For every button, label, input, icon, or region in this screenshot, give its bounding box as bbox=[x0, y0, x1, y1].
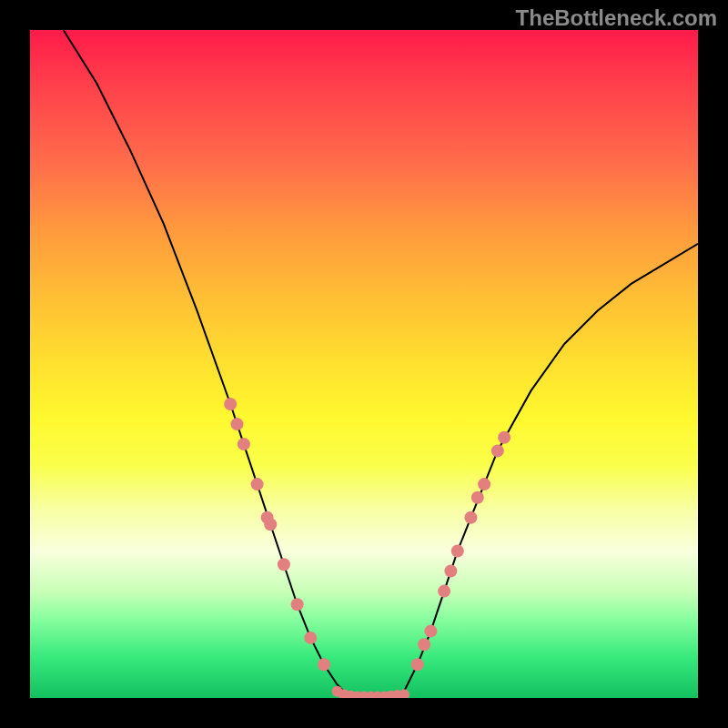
marker-point bbox=[478, 478, 490, 490]
marker-point bbox=[418, 638, 430, 651]
marker-point bbox=[491, 444, 504, 457]
marker-point bbox=[464, 511, 477, 524]
marker-point bbox=[411, 658, 424, 671]
marker-point bbox=[424, 625, 437, 638]
marker-point bbox=[251, 478, 264, 490]
chart-svg bbox=[30, 30, 698, 698]
marker-point bbox=[399, 689, 410, 698]
data-markers bbox=[224, 398, 511, 698]
marker-point bbox=[438, 585, 450, 598]
chart-container: TheBottleneck.com bbox=[0, 0, 728, 728]
marker-point bbox=[264, 518, 277, 531]
marker-point bbox=[238, 438, 250, 450]
marker-point bbox=[224, 398, 237, 410]
series-right-curve bbox=[404, 244, 698, 692]
marker-point bbox=[444, 565, 457, 578]
curve-lines bbox=[64, 30, 698, 698]
marker-point bbox=[471, 491, 484, 504]
marker-point bbox=[451, 545, 464, 558]
marker-point bbox=[231, 418, 244, 430]
marker-point bbox=[291, 598, 304, 611]
marker-point bbox=[498, 431, 511, 444]
series-left-curve bbox=[64, 30, 351, 698]
watermark-text: TheBottleneck.com bbox=[516, 5, 717, 31]
marker-point bbox=[318, 658, 330, 671]
marker-point bbox=[304, 632, 317, 644]
marker-point bbox=[278, 558, 290, 571]
plot-area bbox=[30, 30, 698, 698]
